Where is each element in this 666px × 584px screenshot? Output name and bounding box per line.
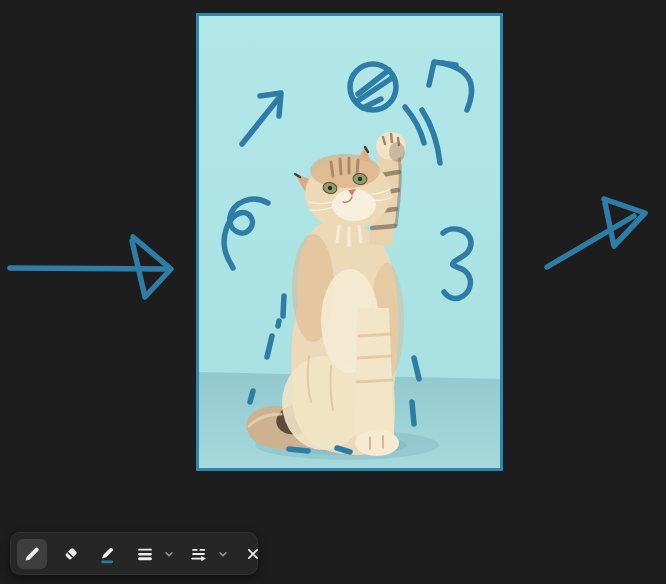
highlighter-icon — [97, 543, 119, 565]
stroke-thickness-icon — [134, 543, 156, 565]
doodle-horizontal-arrow — [10, 237, 171, 297]
doodle-diagonal-arrow — [547, 199, 645, 267]
chevron-down-icon — [217, 548, 229, 560]
annotation-toolbar — [10, 532, 258, 575]
pen-tool-button[interactable] — [17, 539, 47, 569]
line-style-button[interactable] — [184, 539, 214, 569]
kitten-photo-illustration — [199, 16, 500, 468]
close-icon — [243, 544, 263, 564]
annotated-photo[interactable] — [196, 13, 503, 471]
line-style-combo — [184, 539, 231, 569]
close-annotation-button[interactable] — [238, 539, 268, 569]
stroke-thickness-combo — [130, 539, 177, 569]
highlighter-color-swatch — [101, 560, 113, 563]
stroke-thickness-dropdown-button[interactable] — [161, 539, 177, 569]
eraser-icon — [60, 543, 82, 565]
chevron-down-icon — [163, 548, 175, 560]
annotation-app-window: { "window": { "width": 666, "height": 58… — [0, 0, 666, 584]
line-style-icon — [188, 543, 210, 565]
eraser-tool-button[interactable] — [56, 539, 86, 569]
line-style-dropdown-button[interactable] — [215, 539, 231, 569]
pencil-icon — [21, 543, 43, 565]
stroke-thickness-button[interactable] — [130, 539, 160, 569]
highlighter-tool-button[interactable] — [93, 539, 123, 569]
